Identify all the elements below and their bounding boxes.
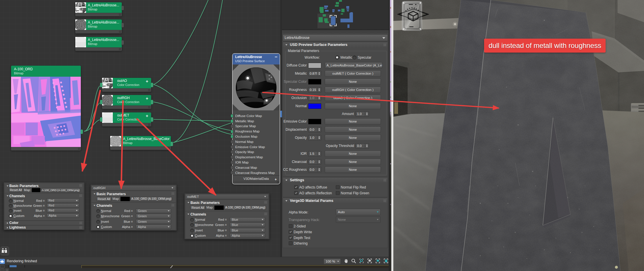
channel-blue-select[interactable]: Blue — [230, 228, 265, 233]
zoom-level-dropdown[interactable]: 100 % — [324, 259, 341, 264]
output-socket[interactable] — [122, 40, 124, 45]
opacity-threshold-spinner[interactable]: 0.0 — [356, 143, 369, 148]
output-socket[interactable] — [171, 141, 173, 146]
cc-roughness-map-button[interactable]: None — [325, 166, 381, 173]
checkbox-ao-affects-diffuse[interactable] — [294, 185, 298, 189]
checkbox-label[interactable]: Normal Flip Green — [341, 191, 369, 195]
channel-alpha-select[interactable]: Alpha — [136, 225, 171, 229]
channel-green-select[interactable]: Red — [47, 203, 79, 208]
occlusion-map-button[interactable]: outAO ( Color Correction ) — [325, 95, 381, 101]
usd-in-ior[interactable] — [231, 161, 233, 164]
usd-in-emissive[interactable] — [231, 145, 233, 149]
rollout-title[interactable]: Color — [9, 221, 18, 225]
node-graph-canvas[interactable]: A_LettreAluBrosse...Bitmap A_LettreAluBr… — [0, 0, 280, 257]
checkbox-normal-flip-red[interactable] — [336, 185, 340, 189]
checkbox-label[interactable]: 2-Sided — [294, 224, 306, 228]
rollout-title[interactable]: Basic Parameters — [97, 192, 126, 196]
input-socket[interactable] — [100, 100, 102, 105]
channel-alpha-select[interactable]: Alpha — [47, 213, 79, 218]
metallic-map-button[interactable]: outMET ( Color Correction ) — [325, 70, 381, 77]
output-socket[interactable] — [151, 100, 154, 105]
radio-custom[interactable] — [96, 225, 100, 229]
output-socket[interactable] — [151, 82, 154, 87]
checkbox-depth-write[interactable] — [289, 230, 292, 234]
node-a100-ord[interactable]: A-100_ORDBitmap — [11, 66, 81, 150]
workflow-option-label[interactable]: Specular — [358, 55, 371, 60]
resize-grip-icon[interactable] — [277, 181, 279, 183]
collapse-arrow-icon[interactable] — [188, 202, 189, 203]
slot-specular[interactable]: Specular Map — [233, 124, 280, 129]
ior-map-button[interactable]: None — [325, 150, 381, 157]
radio-label[interactable]: ustom — [103, 225, 112, 229]
node-outrgh[interactable]: outRGHColor Correction + — [102, 95, 151, 109]
slot-emissive[interactable]: Emissive Color Map — [233, 144, 280, 150]
node-bitmap-2[interactable]: A_LettreAluBrosse...Bitmap — [75, 19, 122, 33]
resize-grip-icon[interactable] — [78, 148, 80, 150]
slot-ior[interactable]: IOR Map — [233, 160, 280, 165]
radio-label[interactable]: ustom — [197, 234, 206, 237]
usd-in-cc-roughness[interactable] — [231, 171, 233, 174]
zoom-extents-selected-icon[interactable] — [376, 259, 380, 263]
usd-in-occlusion[interactable] — [231, 135, 233, 138]
map-color-swatch[interactable] — [32, 188, 40, 192]
resize-grip-icon[interactable] — [148, 124, 150, 126]
radio-monochrome[interactable] — [96, 214, 100, 218]
zoom-icon[interactable] — [352, 259, 356, 263]
collapse-arrow-icon[interactable] — [7, 195, 8, 197]
channel-red-select[interactable]: Blue — [230, 217, 265, 222]
rollout-header[interactable]: USD Preview Surface Parameters — [283, 42, 388, 47]
ior-spinner[interactable]: 1.5 — [308, 151, 321, 156]
workflow-radio-metallic[interactable] — [335, 55, 339, 60]
channel-blue-select[interactable]: Red — [47, 208, 79, 213]
reset-all-button[interactable]: Reset All — [9, 188, 23, 192]
transparency-hack-dropdown[interactable]: None — [336, 216, 381, 223]
navigator-minimap[interactable] — [282, 0, 389, 29]
radio-label[interactable]: nvert — [102, 220, 109, 223]
usd-in-clearcoat[interactable] — [231, 166, 233, 169]
rollout-grip-icon[interactable] — [383, 44, 386, 46]
checkbox-label[interactable]: AO affects Reflection — [299, 191, 332, 195]
collapse-arrow-icon[interactable] — [7, 186, 8, 187]
rollout-title[interactable]: Channels — [97, 204, 112, 208]
output-socket[interactable] — [122, 23, 124, 28]
radio-label[interactable]: ormal — [103, 209, 111, 213]
channel-blue-select[interactable]: Green — [136, 219, 171, 224]
roughness-map-button[interactable]: outRGH ( Color Correction ) — [325, 87, 381, 93]
rollout-grip-icon[interactable] — [79, 222, 82, 224]
usd-in-opacity[interactable] — [231, 150, 233, 154]
rollout-title[interactable]: Channels — [9, 194, 25, 198]
resize-grip-icon[interactable] — [119, 14, 121, 16]
checkbox-2-sided[interactable] — [289, 224, 292, 228]
rollout-grip-icon[interactable] — [79, 184, 82, 187]
node-bitmap-3[interactable]: A_LettreAluBrosse...Bitmap — [75, 37, 122, 51]
rollout-grip-icon[interactable] — [172, 204, 174, 207]
slot-roughness[interactable]: Roughness Map — [233, 129, 280, 134]
resize-grip-icon[interactable] — [119, 48, 121, 50]
collapse-arrow-icon[interactable] — [188, 214, 189, 215]
usd-in-normal[interactable] — [231, 140, 233, 143]
slot-clearcoat[interactable]: Clearcoat Map — [233, 165, 280, 170]
occlusion-spinner[interactable]: 1.0 — [308, 95, 321, 100]
viewcube-gizmo[interactable] — [397, 1, 429, 31]
clearcoat-spinner[interactable]: 0.0 — [308, 159, 321, 164]
zoom-extents-icon[interactable] — [368, 259, 372, 263]
radio-label[interactable]: ormal — [197, 218, 205, 221]
output-socket[interactable] — [151, 117, 154, 122]
emissive-map-button[interactable]: None — [325, 118, 381, 125]
reset-all-button[interactable]: Reset All — [96, 197, 112, 201]
radio-normal[interactable] — [190, 218, 194, 222]
rollout-grip-icon[interactable] — [383, 179, 386, 182]
reset-all-button[interactable]: Reset All — [190, 205, 206, 210]
rollout-grip-icon[interactable] — [172, 192, 174, 195]
rollout-title[interactable]: Channels — [190, 212, 206, 216]
resize-grip-icon[interactable] — [168, 147, 170, 149]
cc-roughness-spinner[interactable]: 0.0 — [308, 167, 321, 172]
radio-monochrome[interactable] — [9, 204, 13, 208]
node-bitmap-1[interactable]: A_LettreAluBrosse...Bitmap — [75, 2, 122, 16]
slot-opacity[interactable]: Opacity Map — [233, 150, 280, 155]
specular-color-swatch[interactable] — [308, 79, 321, 85]
collapse-arrow-icon[interactable] — [94, 205, 95, 206]
panel-node-selector[interactable]: outRGH — [91, 185, 176, 191]
rollout-header[interactable]: Settings — [283, 177, 388, 183]
rollout-grip-icon[interactable] — [79, 194, 82, 197]
